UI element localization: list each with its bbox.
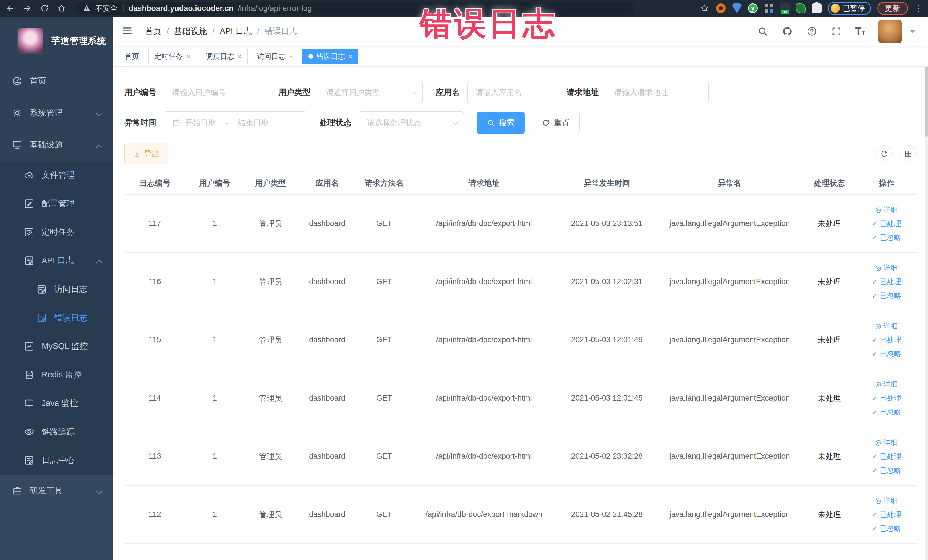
mark-processed-link[interactable]: ✓已处理 <box>872 335 901 345</box>
detail-link[interactable]: ◎详细 <box>875 438 898 447</box>
app-name-input[interactable] <box>476 88 545 97</box>
sidebar-empty-area <box>0 507 113 560</box>
monitor-icon <box>12 140 22 150</box>
mark-processed-link[interactable]: ✓已处理 <box>872 394 901 403</box>
mark-ignored-link[interactable]: ✓已忽略 <box>872 349 901 359</box>
profile-paused-badge[interactable]: 已暂停 <box>828 2 871 15</box>
sidebar-item-trace[interactable]: 链路追踪 <box>0 418 113 446</box>
detail-link[interactable]: ◎详细 <box>875 263 898 272</box>
browser-reload-icon[interactable] <box>40 3 50 14</box>
detail-link[interactable]: ◎详细 <box>875 496 898 505</box>
search-button[interactable]: 搜索 <box>477 111 525 134</box>
mark-ignored-link[interactable]: ✓已忽略 <box>872 465 901 475</box>
check-icon: ✓ <box>872 336 878 344</box>
sidebar-item-config-management[interactable]: 配置管理 <box>0 189 113 218</box>
sidebar-item-home[interactable]: 首页 <box>0 65 113 97</box>
mark-processed-link[interactable]: ✓已处理 <box>872 219 901 228</box>
detail-link[interactable]: ◎详细 <box>875 321 898 331</box>
close-icon[interactable]: × <box>348 52 352 61</box>
browser-menu-icon[interactable]: ⋮ <box>914 4 923 12</box>
font-size-icon[interactable]: TT <box>855 26 865 37</box>
check-icon: ✓ <box>872 511 878 519</box>
check-icon: ✓ <box>872 350 878 358</box>
sidebar-item-system-management[interactable]: 系统管理 <box>0 97 113 129</box>
mark-ignored-link[interactable]: ✓已忽略 <box>872 524 901 533</box>
tab-dispatch-log[interactable]: 调度日志× <box>200 49 247 64</box>
tab-scheduled-tasks[interactable]: 定时任务× <box>148 49 196 64</box>
close-icon[interactable]: × <box>289 52 293 61</box>
docs-help-icon[interactable] <box>806 26 818 37</box>
extension-shield-icon[interactable] <box>732 3 742 13</box>
reset-button[interactable]: 重置 <box>532 111 580 134</box>
tab-error-log[interactable]: 错误日志× <box>302 49 358 64</box>
toolbox-icon <box>12 485 22 496</box>
sidebar-item-access-log[interactable]: 访问日志 <box>0 275 113 304</box>
request-url-input[interactable] <box>614 88 701 97</box>
sidebar-item-java-monitor[interactable]: Java 监控 <box>0 389 113 418</box>
process-status-select[interactable]: 请选择处理状态 <box>359 111 464 134</box>
close-icon[interactable]: × <box>238 52 242 61</box>
extension-orange-icon[interactable] <box>716 3 726 13</box>
user-id-input[interactable] <box>172 88 257 97</box>
extensions-puzzle-icon[interactable] <box>812 3 821 13</box>
breadcrumb-infrastructure[interactable]: 基础设施 <box>174 26 207 37</box>
breadcrumb-api-log[interactable]: API 日志 <box>220 26 252 37</box>
breadcrumb-home[interactable]: 首页 <box>145 26 162 37</box>
sidebar-item-scheduled-tasks[interactable]: 定时任务 <box>0 218 113 246</box>
extension-on-badge-icon[interactable] <box>780 3 790 13</box>
extension-grid-icon[interactable] <box>764 3 774 13</box>
column-settings-button[interactable] <box>900 145 917 162</box>
export-button[interactable]: 导出 <box>124 143 168 164</box>
tab-home[interactable]: 首页 <box>119 49 145 64</box>
browser-home-icon[interactable] <box>56 3 67 14</box>
user-type-select[interactable]: 请选择用户类型 <box>318 81 423 104</box>
table-row: 117 1 管理员 dashboard GET /api/infra/db-do… <box>124 195 917 253</box>
sidebar-item-dev-tools[interactable]: 研发工具 <box>0 475 113 507</box>
cloud-upload-icon <box>24 170 34 180</box>
log-icon <box>37 284 47 294</box>
detail-link[interactable]: ◎详细 <box>875 379 898 389</box>
filter-row-2: 异常时间 开始日期 - 结束日期 处理状态 请选择处理状态 <box>124 111 917 134</box>
table-row: 116 1 管理员 dashboard GET /api/infra/db-do… <box>124 253 917 311</box>
avatar-caret-icon[interactable] <box>910 30 916 33</box>
fullscreen-icon[interactable] <box>831 26 842 37</box>
extension-y-icon[interactable]: y <box>748 3 758 13</box>
page-scrollbar[interactable] <box>925 17 928 560</box>
search-icon[interactable] <box>757 26 769 37</box>
mark-processed-link[interactable]: ✓已处理 <box>872 452 901 461</box>
sidebar-item-api-log[interactable]: API 日志 <box>0 246 113 275</box>
browser-back-icon[interactable] <box>5 3 15 14</box>
download-icon <box>133 150 140 157</box>
tab-access-log[interactable]: 访问日志× <box>251 49 299 64</box>
bookmark-star-icon[interactable] <box>699 3 710 14</box>
extension-sprout-icon[interactable] <box>796 3 806 13</box>
github-icon[interactable] <box>781 26 793 37</box>
refresh-table-button[interactable] <box>876 145 893 162</box>
sidebar-item-file-management[interactable]: 文件管理 <box>0 161 113 189</box>
detail-link[interactable]: ◎详细 <box>875 205 898 214</box>
log-icon <box>37 313 47 323</box>
chevron-down-icon <box>96 488 103 494</box>
sidebar-item-infrastructure[interactable]: 基础设施 <box>0 129 113 161</box>
mark-ignored-link[interactable]: ✓已忽略 <box>872 233 901 242</box>
sidebar-toggle-icon[interactable] <box>122 25 134 38</box>
close-icon[interactable]: × <box>186 52 190 61</box>
sidebar-item-log-center[interactable]: 日志中心 <box>0 446 113 475</box>
clock-icon <box>24 227 34 237</box>
mark-ignored-link[interactable]: ✓已忽略 <box>872 291 901 301</box>
chevron-up-icon <box>96 145 103 151</box>
sidebar-item-redis-monitor[interactable]: Redis 监控 <box>0 360 113 389</box>
sidebar-item-mysql-monitor[interactable]: MySQL 监控 <box>0 332 113 360</box>
mark-processed-link[interactable]: ✓已处理 <box>872 510 901 519</box>
not-secure-label: 不安全 <box>95 3 118 14</box>
mark-processed-link[interactable]: ✓已处理 <box>872 277 901 287</box>
browser-forward-icon[interactable] <box>22 3 32 14</box>
table-tools <box>876 145 917 162</box>
user-avatar[interactable] <box>878 20 902 43</box>
date-range-picker[interactable]: 开始日期 - 结束日期 <box>164 111 307 134</box>
chrome-update-button[interactable]: 更新 <box>877 2 908 15</box>
sidebar-item-error-log[interactable]: 错误日志 <box>0 304 113 332</box>
sidebar: 芋道管理系统 首页 系统管理 基础设施 文件管理 <box>0 17 113 560</box>
mark-ignored-link[interactable]: ✓已忽略 <box>872 407 901 417</box>
calendar-icon <box>172 118 180 127</box>
